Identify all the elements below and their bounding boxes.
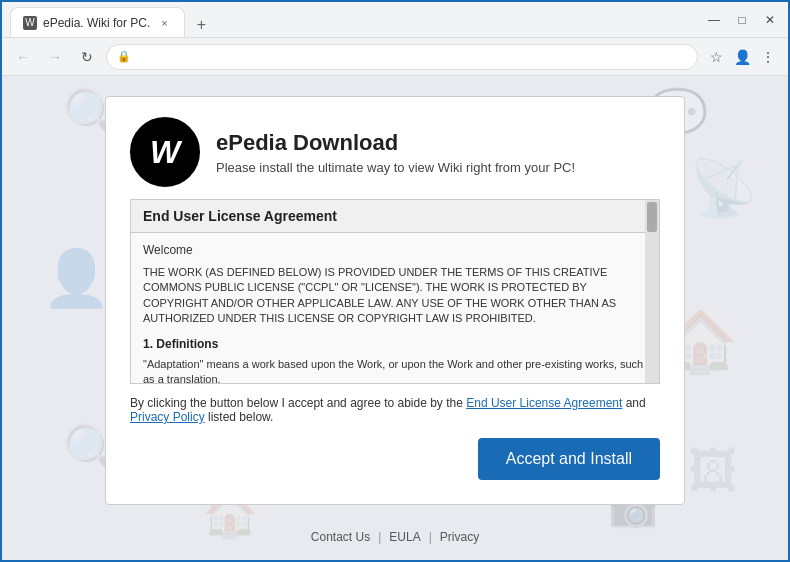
star-icon: ☆ bbox=[710, 49, 723, 65]
minimize-button[interactable]: — bbox=[704, 10, 724, 30]
tab-area: W ePedia. Wiki for PC. × + bbox=[10, 2, 213, 37]
bookmark-star-button[interactable]: ☆ bbox=[704, 45, 728, 69]
eula-header: End User License Agreement bbox=[131, 200, 659, 233]
reload-icon: ↻ bbox=[81, 49, 93, 65]
eula-body-text: THE WORK (AS DEFINED BELOW) IS PROVIDED … bbox=[143, 265, 647, 327]
page-subtitle: Please install the ultimate way to view … bbox=[216, 160, 575, 175]
eula-scrollbar[interactable] bbox=[645, 200, 659, 383]
page-footer: Contact Us | EULA | Privacy bbox=[311, 530, 479, 544]
accept-install-button[interactable]: Accept and Install bbox=[478, 438, 660, 480]
page-title: ePedia Download bbox=[216, 130, 575, 156]
browser-window: W ePedia. Wiki for PC. × + — □ ✕ ← → ↻ 🔒 bbox=[0, 0, 790, 562]
forward-icon: → bbox=[48, 49, 62, 65]
eula-scrollbar-thumb bbox=[647, 202, 657, 232]
app-logo: W bbox=[130, 117, 200, 187]
chrome-menu-button[interactable]: ⋮ bbox=[756, 45, 780, 69]
forward-button[interactable]: → bbox=[42, 44, 68, 70]
menu-icon: ⋮ bbox=[761, 49, 775, 65]
page-content: 🔍 ✉ 💬 📡 👤 🔍 🏠 🖼 🏠 🔵 📷 🔄 W ePe bbox=[2, 76, 788, 560]
profile-button[interactable]: 👤 bbox=[730, 45, 754, 69]
window-controls: — □ ✕ bbox=[704, 10, 780, 30]
tab-close-button[interactable]: × bbox=[156, 15, 172, 31]
eula-welcome: Welcome bbox=[143, 241, 647, 259]
card-title-area: ePedia Download Please install the ultim… bbox=[216, 130, 575, 175]
eula-container: End User License Agreement Welcome THE W… bbox=[130, 199, 660, 384]
privacy-policy-link[interactable]: Privacy Policy bbox=[130, 410, 205, 424]
favicon-icon: W bbox=[25, 17, 34, 28]
back-icon: ← bbox=[16, 49, 30, 65]
eula-definition: "Adaptation" means a work based upon the… bbox=[143, 357, 647, 383]
logo-letter: W bbox=[150, 134, 180, 171]
footer-text-between: and bbox=[622, 396, 645, 410]
toolbar: ← → ↻ 🔒 ☆ 👤 ⋮ bbox=[2, 38, 788, 76]
separator-1: | bbox=[378, 530, 381, 544]
toolbar-actions: ☆ 👤 ⋮ bbox=[704, 45, 780, 69]
title-bar: W ePedia. Wiki for PC. × + — □ ✕ bbox=[2, 2, 788, 38]
footer-text-after: listed below. bbox=[205, 410, 274, 424]
privacy-footer-link[interactable]: Privacy bbox=[440, 530, 479, 544]
tab-title: ePedia. Wiki for PC. bbox=[43, 16, 150, 30]
new-tab-button[interactable]: + bbox=[189, 13, 213, 37]
maximize-button[interactable]: □ bbox=[732, 10, 752, 30]
consent-footer-text: By clicking the button below I accept an… bbox=[130, 396, 660, 424]
close-window-button[interactable]: ✕ bbox=[760, 10, 780, 30]
card-header: W ePedia Download Please install the ult… bbox=[130, 117, 660, 187]
back-button[interactable]: ← bbox=[10, 44, 36, 70]
footer-text-before-link1: By clicking the button below I accept an… bbox=[130, 396, 466, 410]
contact-us-link[interactable]: Contact Us bbox=[311, 530, 370, 544]
profile-icon: 👤 bbox=[734, 49, 751, 65]
tab-favicon: W bbox=[23, 16, 37, 30]
active-tab[interactable]: W ePedia. Wiki for PC. × bbox=[10, 7, 185, 37]
eula-section-title: 1. Definitions bbox=[143, 335, 647, 353]
separator-2: | bbox=[429, 530, 432, 544]
logo-circle: W bbox=[130, 117, 200, 187]
main-card: W ePedia Download Please install the ult… bbox=[105, 96, 685, 505]
eula-footer-link[interactable]: EULA bbox=[389, 530, 420, 544]
reload-button[interactable]: ↻ bbox=[74, 44, 100, 70]
eula-body[interactable]: Welcome THE WORK (AS DEFINED BELOW) IS P… bbox=[131, 233, 659, 383]
lock-icon: 🔒 bbox=[117, 50, 131, 63]
eula-link[interactable]: End User License Agreement bbox=[466, 396, 622, 410]
address-bar[interactable]: 🔒 bbox=[106, 44, 698, 70]
